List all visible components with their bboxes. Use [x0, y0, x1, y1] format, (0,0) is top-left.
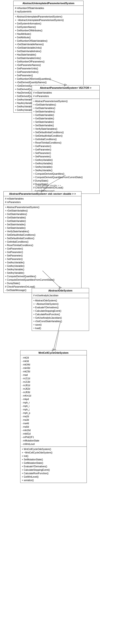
- method-item: + GetParameterIndex(): [15, 70, 82, 74]
- method-item: + GetStateVariable(): [33, 117, 98, 120]
- vector-label: < std::vector< double > >: [36, 184, 61, 187]
- method-item: + SetDefaultInitialCondition(): [5, 237, 80, 240]
- abstract-ode-fields: # mUseAnalyticJacobian: [32, 293, 89, 298]
- abstract-ode-box: AbstractOdeSystem # mUseAnalyticJacobian…: [32, 288, 89, 331]
- method-item: + GetAnyVariable(): [5, 261, 80, 264]
- field-item: - mMutationState: [22, 439, 85, 442]
- wnt-cell-cycle-fields: - mk2d - mk3d - mk34d - mk43d - mk23d - …: [20, 355, 87, 447]
- method-item: + GetUseAnalyticJacobian(): [33, 316, 87, 320]
- method-item: + ResetToInitialConditions(): [33, 141, 98, 144]
- method-item: + HasAttribute(): [15, 32, 82, 36]
- field-item: # mUseAnalyticJacobian: [33, 294, 87, 297]
- method-item: + GetNumberOfDerivedQuantities(): [15, 77, 82, 81]
- method-item: + rGetStateVariables(): [33, 103, 98, 106]
- abstract-parameterised-double-methods: + AbstractParameterisedSystem() + rGetSt…: [4, 205, 81, 292]
- abstract-parameterised-double-box: AbstractParameterisedSystem< std::vector…: [3, 191, 81, 293]
- method-item: + GetStateVariables(): [33, 106, 98, 110]
- method-item: + GetParameter(): [15, 74, 82, 77]
- field-item: # mParameters: [5, 200, 80, 204]
- wnt-cell-cycle-methods: + WntCellCycleOdeSystem() + ~WntCellCycl…: [20, 447, 87, 483]
- method-item: + SetParameter(): [5, 257, 80, 261]
- method-item: + serialize(): [22, 478, 85, 482]
- field-item: - mkpd: [22, 398, 85, 401]
- field-item: - mWntLevel: [22, 442, 85, 446]
- method-item: + rGetStateVariableNames(): [15, 43, 82, 46]
- method-item: + CalculateRootFunction(): [22, 472, 85, 475]
- method-item: + rGetParameterNames(): [15, 63, 82, 67]
- field-item: - mk3d: [22, 360, 85, 363]
- field-item: - mJ11d: [22, 377, 85, 380]
- method-item: + GetAttribute(): [15, 36, 82, 39]
- method-item: + AbstractParameterisedSystem(): [5, 206, 80, 209]
- method-item: + GetWntLevel(): [22, 475, 85, 478]
- method-item: + ~AbstractOdeSystem(): [33, 302, 87, 306]
- field-item: - mph_i: [22, 404, 85, 408]
- field-item: # mStateVariables: [33, 91, 98, 94]
- field-item: - mk2d: [22, 356, 85, 360]
- method-item: + SetDefaultInitialConditions(): [5, 233, 80, 237]
- method-item: + CalculateStoppingEvent(): [33, 309, 87, 313]
- method-item: + rGetStateVariables(): [5, 209, 80, 212]
- field-item: - mJ63d: [22, 390, 85, 394]
- field-item: - mki61d: [22, 432, 85, 436]
- field-item: - ma4d: [22, 422, 85, 425]
- method-item: + SetParameter(): [5, 254, 80, 257]
- field-item: - ma3d: [22, 418, 85, 422]
- method-item: + ComputeDerivedQuantitiesFromCurrentSta…: [33, 176, 98, 179]
- method-item: + SetParameter(): [33, 155, 98, 158]
- method-item: + WntCellCycleOdeSystem(): [22, 448, 85, 451]
- method-item: + GetAnyVariable(): [33, 162, 98, 165]
- method-item: + HasStateVariable(): [15, 53, 82, 56]
- method-item: + DumpState(): [5, 282, 80, 285]
- method-item: + GetStateVariable(): [33, 113, 98, 117]
- field-item: - mJ61d: [22, 384, 85, 387]
- method-item: + GetSystemInformation(): [15, 22, 82, 25]
- method-item: + ComputeDerivedQuantities(): [5, 275, 80, 278]
- method-item: + rGetDerivedQuantityNames(): [15, 81, 82, 84]
- method-item: + AbstractUntemplatedParameterisedSystem…: [15, 15, 82, 18]
- abstract-parameterised-vector-box: AbstractParameterisedSystem< VECTOR > # …: [32, 85, 100, 194]
- abstract-parameterised-vector-fields: # mStateVariables # mParameters: [32, 90, 99, 99]
- method-item: + rGetConstStateVariables(): [33, 320, 87, 323]
- method-item: + EvaluateYDerivatives(): [22, 465, 85, 468]
- method-item: + GetInitialConditions(): [5, 240, 80, 244]
- field-item: - mk34d: [22, 363, 85, 366]
- method-item: + SetAnyVariable(): [33, 165, 98, 169]
- method-item: + SetAnyVariable(): [5, 271, 80, 275]
- method-item: + GetSystemName(): [15, 25, 82, 29]
- method-item: + ComputeDerivedQuantities(): [33, 172, 98, 176]
- field-item: - mk23d: [22, 370, 85, 373]
- method-item: + ~WntCellCycleOdeSystem(): [22, 451, 85, 454]
- method-item: + AbstractParameterisedSystem(): [33, 100, 98, 103]
- method-item: + SetAnyVariable(): [33, 169, 98, 172]
- method-item: + GetParameter(): [5, 250, 80, 254]
- abstract-parameterised-vector-title: AbstractParameterisedSystem< VECTOR >: [32, 86, 99, 90]
- wnt-cell-cycle-title: WntCellCycleOdeSystem: [20, 350, 87, 355]
- method-item: + SetMutationState(): [22, 458, 85, 461]
- abstract-ode-methods: + AbstractOdeSystem() + ~AbstractOdeSyst…: [32, 298, 89, 331]
- method-item: + GetParameter(): [5, 247, 80, 250]
- field-item: - ma5d: [22, 425, 85, 428]
- method-item: + GetAnyVariable(): [5, 264, 80, 268]
- method-item: # DumpState(): [33, 179, 98, 182]
- method-item: + Init(): [22, 454, 85, 458]
- field-item: - mad: [22, 373, 85, 377]
- method-item: + SetStateVariable(): [33, 120, 98, 124]
- abstract-parameterised-double-title: AbstractParameterisedSystem< std::vector…: [4, 192, 81, 196]
- method-item: + GetParameter(): [33, 148, 98, 152]
- abstract-parameterised-vector-methods: + AbstractParameterisedSystem() + rGetSt…: [32, 99, 99, 194]
- field-item: - mKm1d: [22, 394, 85, 398]
- method-item: + GetStateVariables(): [5, 212, 80, 216]
- method-item: + EvaluateYDerivatives(): [33, 306, 87, 309]
- method-item: + SetAnyVariable(): [5, 268, 80, 271]
- method-item: + ResetToInitialConditions(): [5, 244, 80, 247]
- field-item: - mph_j: [22, 408, 85, 411]
- method-item: + GetStateVariable(): [5, 216, 80, 219]
- method-item: + SetStateVariable(): [5, 226, 80, 230]
- abstract-untemplated-title: AbstractUntemplatedParameterisedSystem: [13, 1, 83, 6]
- method-item: + rGetStateVariableUnits(): [15, 46, 82, 50]
- method-item: + GetInitialConditions(): [33, 138, 98, 141]
- method-item: + CalculateStoppingEvent(): [22, 468, 85, 472]
- field-item: # mStateVariables: [5, 197, 80, 200]
- method-item: + GetAnyVariable(): [33, 158, 98, 162]
